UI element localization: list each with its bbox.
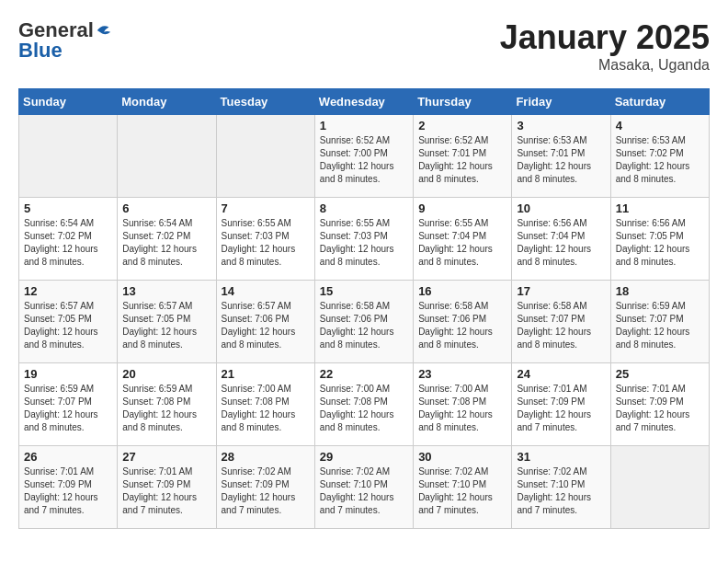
calendar-cell: 29Sunrise: 7:02 AM Sunset: 7:10 PM Dayli… bbox=[314, 446, 413, 529]
logo-blue-text: Blue bbox=[18, 39, 63, 62]
day-info: Sunrise: 7:00 AM Sunset: 7:08 PM Dayligh… bbox=[222, 383, 310, 434]
calendar-cell bbox=[118, 115, 216, 198]
day-number: 10 bbox=[517, 201, 605, 215]
column-header-monday: Monday bbox=[118, 89, 216, 115]
day-info: Sunrise: 7:01 AM Sunset: 7:09 PM Dayligh… bbox=[616, 383, 704, 434]
day-info: Sunrise: 6:54 AM Sunset: 7:02 PM Dayligh… bbox=[122, 217, 210, 269]
title-block: January 2025 Masaka, Uganda bbox=[500, 18, 710, 74]
calendar-cell: 7Sunrise: 6:55 AM Sunset: 7:03 PM Daylig… bbox=[216, 198, 314, 281]
day-number: 21 bbox=[222, 367, 310, 381]
calendar-cell: 31Sunrise: 7:02 AM Sunset: 7:10 PM Dayli… bbox=[512, 446, 610, 529]
calendar-cell: 26Sunrise: 7:01 AM Sunset: 7:09 PM Dayli… bbox=[19, 446, 118, 529]
day-info: Sunrise: 7:02 AM Sunset: 7:10 PM Dayligh… bbox=[320, 465, 408, 517]
day-number: 18 bbox=[616, 284, 704, 298]
header-row: SundayMondayTuesdayWednesdayThursdayFrid… bbox=[19, 89, 710, 115]
day-info: Sunrise: 6:59 AM Sunset: 7:07 PM Dayligh… bbox=[616, 300, 704, 351]
day-number: 4 bbox=[616, 119, 704, 132]
day-info: Sunrise: 7:01 AM Sunset: 7:09 PM Dayligh… bbox=[122, 465, 210, 517]
calendar-cell: 19Sunrise: 6:59 AM Sunset: 7:07 PM Dayli… bbox=[19, 363, 118, 446]
column-header-tuesday: Tuesday bbox=[216, 89, 314, 115]
calendar-cell: 3Sunrise: 6:53 AM Sunset: 7:01 PM Daylig… bbox=[512, 115, 610, 198]
logo-bird-icon bbox=[96, 22, 112, 39]
day-number: 27 bbox=[122, 450, 210, 464]
day-number: 14 bbox=[222, 284, 310, 298]
calendar-cell: 9Sunrise: 6:55 AM Sunset: 7:04 PM Daylig… bbox=[414, 198, 512, 281]
column-header-wednesday: Wednesday bbox=[314, 89, 413, 115]
day-info: Sunrise: 6:59 AM Sunset: 7:08 PM Dayligh… bbox=[122, 383, 210, 434]
day-number: 20 bbox=[122, 367, 210, 381]
calendar-cell: 1Sunrise: 6:52 AM Sunset: 7:00 PM Daylig… bbox=[314, 115, 413, 198]
day-info: Sunrise: 6:58 AM Sunset: 7:07 PM Dayligh… bbox=[517, 300, 605, 351]
calendar-cell: 27Sunrise: 7:01 AM Sunset: 7:09 PM Dayli… bbox=[118, 446, 216, 529]
day-number: 24 bbox=[517, 367, 605, 381]
calendar-cell: 18Sunrise: 6:59 AM Sunset: 7:07 PM Dayli… bbox=[610, 281, 709, 363]
day-number: 19 bbox=[24, 367, 112, 381]
calendar-cell bbox=[216, 115, 314, 198]
day-info: Sunrise: 6:53 AM Sunset: 7:02 PM Dayligh… bbox=[616, 134, 704, 186]
day-number: 29 bbox=[320, 450, 408, 464]
calendar-cell: 14Sunrise: 6:57 AM Sunset: 7:06 PM Dayli… bbox=[216, 281, 314, 363]
day-number: 13 bbox=[122, 284, 210, 298]
day-number: 2 bbox=[418, 119, 506, 132]
calendar-cell bbox=[19, 115, 118, 198]
column-header-saturday: Saturday bbox=[610, 89, 709, 115]
day-info: Sunrise: 7:02 AM Sunset: 7:10 PM Dayligh… bbox=[418, 465, 506, 517]
calendar-cell: 20Sunrise: 6:59 AM Sunset: 7:08 PM Dayli… bbox=[118, 363, 216, 446]
day-info: Sunrise: 6:55 AM Sunset: 7:03 PM Dayligh… bbox=[222, 217, 310, 269]
calendar-cell: 2Sunrise: 6:52 AM Sunset: 7:01 PM Daylig… bbox=[414, 115, 512, 198]
calendar-cell: 5Sunrise: 6:54 AM Sunset: 7:02 PM Daylig… bbox=[19, 198, 118, 281]
calendar-cell: 4Sunrise: 6:53 AM Sunset: 7:02 PM Daylig… bbox=[610, 115, 709, 198]
day-info: Sunrise: 6:57 AM Sunset: 7:05 PM Dayligh… bbox=[24, 300, 112, 351]
column-header-sunday: Sunday bbox=[19, 89, 118, 115]
column-header-thursday: Thursday bbox=[414, 89, 512, 115]
day-number: 7 bbox=[222, 201, 310, 215]
day-info: Sunrise: 6:56 AM Sunset: 7:05 PM Dayligh… bbox=[616, 217, 704, 269]
day-number: 15 bbox=[320, 284, 408, 298]
location-text: Masaka, Uganda bbox=[500, 57, 710, 74]
day-number: 31 bbox=[517, 450, 605, 464]
calendar-cell: 8Sunrise: 6:55 AM Sunset: 7:03 PM Daylig… bbox=[314, 198, 413, 281]
calendar-cell: 13Sunrise: 6:57 AM Sunset: 7:05 PM Dayli… bbox=[118, 281, 216, 363]
calendar-cell: 17Sunrise: 6:58 AM Sunset: 7:07 PM Dayli… bbox=[512, 281, 610, 363]
calendar-cell: 24Sunrise: 7:01 AM Sunset: 7:09 PM Dayli… bbox=[512, 363, 610, 446]
day-number: 5 bbox=[24, 201, 112, 215]
day-info: Sunrise: 7:00 AM Sunset: 7:08 PM Dayligh… bbox=[418, 383, 506, 434]
calendar-cell: 21Sunrise: 7:00 AM Sunset: 7:08 PM Dayli… bbox=[216, 363, 314, 446]
day-info: Sunrise: 7:01 AM Sunset: 7:09 PM Dayligh… bbox=[517, 383, 605, 434]
day-number: 6 bbox=[122, 201, 210, 215]
column-header-friday: Friday bbox=[512, 89, 610, 115]
day-number: 23 bbox=[418, 367, 506, 381]
day-number: 30 bbox=[418, 450, 506, 464]
day-number: 17 bbox=[517, 284, 605, 298]
month-title: January 2025 bbox=[500, 18, 710, 57]
day-number: 9 bbox=[418, 201, 506, 215]
day-info: Sunrise: 6:53 AM Sunset: 7:01 PM Dayligh… bbox=[517, 134, 605, 186]
day-number: 8 bbox=[320, 201, 408, 215]
week-row-3: 12Sunrise: 6:57 AM Sunset: 7:05 PM Dayli… bbox=[19, 281, 710, 363]
page-header: General Blue January 2025 Masaka, Uganda bbox=[18, 18, 710, 74]
calendar-table: SundayMondayTuesdayWednesdayThursdayFrid… bbox=[18, 88, 710, 529]
calendar-cell: 12Sunrise: 6:57 AM Sunset: 7:05 PM Dayli… bbox=[19, 281, 118, 363]
day-number: 12 bbox=[24, 284, 112, 298]
day-number: 28 bbox=[222, 450, 310, 464]
logo: General Blue bbox=[18, 18, 112, 63]
day-info: Sunrise: 6:57 AM Sunset: 7:06 PM Dayligh… bbox=[222, 300, 310, 351]
day-number: 22 bbox=[320, 367, 408, 381]
day-number: 11 bbox=[616, 201, 704, 215]
calendar-cell: 16Sunrise: 6:58 AM Sunset: 7:06 PM Dayli… bbox=[414, 281, 512, 363]
day-info: Sunrise: 6:58 AM Sunset: 7:06 PM Dayligh… bbox=[418, 300, 506, 351]
day-number: 26 bbox=[24, 450, 112, 464]
calendar-cell: 22Sunrise: 7:00 AM Sunset: 7:08 PM Dayli… bbox=[314, 363, 413, 446]
calendar-cell: 15Sunrise: 6:58 AM Sunset: 7:06 PM Dayli… bbox=[314, 281, 413, 363]
day-info: Sunrise: 6:59 AM Sunset: 7:07 PM Dayligh… bbox=[24, 383, 112, 434]
calendar-cell bbox=[610, 446, 709, 529]
day-info: Sunrise: 6:56 AM Sunset: 7:04 PM Dayligh… bbox=[517, 217, 605, 269]
calendar-cell: 23Sunrise: 7:00 AM Sunset: 7:08 PM Dayli… bbox=[414, 363, 512, 446]
day-info: Sunrise: 6:55 AM Sunset: 7:03 PM Dayligh… bbox=[320, 217, 408, 269]
day-number: 1 bbox=[320, 119, 408, 132]
day-info: Sunrise: 7:01 AM Sunset: 7:09 PM Dayligh… bbox=[24, 465, 112, 517]
day-info: Sunrise: 6:52 AM Sunset: 7:00 PM Dayligh… bbox=[320, 134, 408, 186]
week-row-5: 26Sunrise: 7:01 AM Sunset: 7:09 PM Dayli… bbox=[19, 446, 710, 529]
week-row-1: 1Sunrise: 6:52 AM Sunset: 7:00 PM Daylig… bbox=[19, 115, 710, 198]
day-info: Sunrise: 7:02 AM Sunset: 7:10 PM Dayligh… bbox=[517, 465, 605, 517]
